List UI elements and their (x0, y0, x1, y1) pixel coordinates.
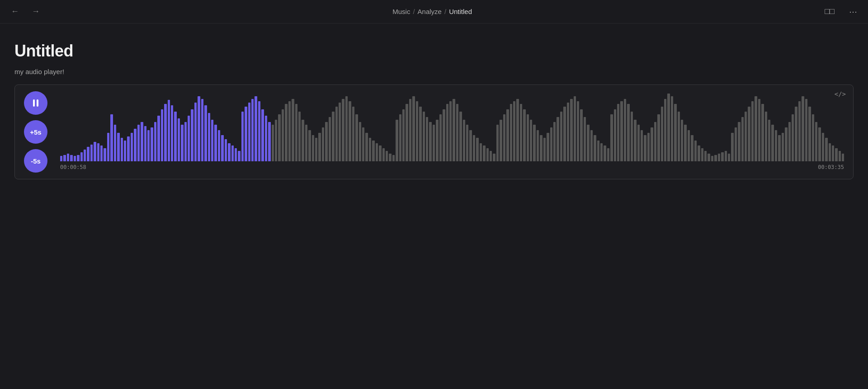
waveform-bar[interactable] (90, 145, 93, 162)
waveform-bar[interactable] (218, 130, 220, 161)
waveform-bar[interactable] (308, 130, 311, 161)
waveform-bar[interactable] (721, 152, 723, 161)
waveform-bar[interactable] (322, 127, 324, 161)
waveform-bar[interactable] (107, 133, 109, 161)
waveform-bar[interactable] (835, 148, 837, 161)
waveform-bar[interactable] (151, 127, 153, 161)
waveform-bar[interactable] (506, 109, 509, 161)
waveform-bar[interactable] (332, 112, 334, 161)
waveform-bar[interactable] (184, 122, 187, 161)
waveform-bar[interactable] (100, 145, 103, 161)
waveform-canvas[interactable] (60, 94, 844, 161)
forward-button[interactable]: → (28, 5, 43, 18)
waveform-bar[interactable] (631, 112, 633, 161)
waveform-bar[interactable] (181, 125, 183, 161)
waveform-bar[interactable] (104, 148, 106, 161)
waveform-bar[interactable] (379, 145, 381, 161)
waveform-bar[interactable] (396, 120, 398, 161)
waveform-bar[interactable] (228, 143, 230, 161)
waveform-bar[interactable] (691, 135, 693, 161)
waveform-bar[interactable] (70, 155, 72, 161)
waveform-bar[interactable] (765, 112, 767, 161)
waveform-bar[interactable] (805, 99, 807, 161)
waveform-bar[interactable] (469, 130, 472, 161)
waveform-bar[interactable] (547, 133, 549, 161)
waveform-bar[interactable] (204, 105, 207, 161)
waveform-bar[interactable] (751, 101, 754, 161)
pause-button[interactable] (24, 91, 47, 115)
waveform-bar[interactable] (359, 122, 361, 161)
waveform-bar[interactable] (171, 105, 173, 161)
waveform-bar[interactable] (272, 125, 274, 161)
waveform-bar[interactable] (382, 148, 385, 161)
waveform-bar[interactable] (604, 145, 606, 161)
waveform-bar[interactable] (349, 101, 351, 161)
waveform-bar[interactable] (459, 112, 462, 161)
waveform-bar[interactable] (241, 112, 244, 161)
waveform-bar[interactable] (560, 112, 562, 161)
waveform-bar[interactable] (412, 96, 415, 161)
waveform-bar[interactable] (144, 126, 146, 161)
back-button[interactable]: ← (7, 5, 23, 18)
waveform-bar[interactable] (624, 99, 626, 161)
waveform-bar[interactable] (275, 120, 277, 161)
waveform-bar[interactable] (590, 130, 593, 161)
waveform-bar[interactable] (198, 96, 200, 161)
waveform-bar[interactable] (755, 96, 757, 161)
waveform-bar[interactable] (110, 114, 113, 161)
waveform-bar[interactable] (365, 133, 368, 161)
waveform-bar[interactable] (761, 104, 764, 161)
waveform-bar[interactable] (570, 99, 572, 161)
waveform-bar[interactable] (369, 138, 371, 161)
waveform-bar[interactable] (446, 104, 448, 161)
waveform-bar[interactable] (587, 125, 589, 161)
waveform-bar[interactable] (137, 125, 140, 161)
waveform-wrapper[interactable]: 00:00:58 00:03:35 (60, 94, 844, 170)
waveform-bar[interactable] (362, 127, 364, 161)
waveform-bar[interactable] (409, 99, 411, 161)
waveform-bar[interactable] (825, 138, 827, 161)
waveform-bar[interactable] (600, 143, 603, 161)
waveform-bar[interactable] (513, 101, 515, 161)
waveform-bar[interactable] (225, 139, 227, 161)
waveform-bar[interactable] (614, 109, 616, 161)
waveform-bar[interactable] (302, 120, 304, 161)
waveform-bar[interactable] (530, 120, 532, 161)
waveform-bar[interactable] (238, 151, 240, 161)
waveform-bar[interactable] (667, 94, 670, 161)
waveform-bar[interactable] (121, 138, 123, 161)
waveform-bar[interactable] (147, 130, 150, 161)
waveform-bar[interactable] (792, 114, 794, 161)
waveform-bar[interactable] (802, 96, 804, 161)
skip-back-button[interactable]: -5s (24, 149, 47, 173)
waveform-bar[interactable] (644, 135, 646, 161)
waveform-bar[interactable] (392, 155, 395, 161)
waveform-bar[interactable] (795, 107, 797, 161)
waveform-bar[interactable] (543, 138, 546, 161)
waveform-bar[interactable] (486, 148, 489, 161)
waveform-bar[interactable] (174, 112, 176, 161)
waveform-bar[interactable] (664, 99, 666, 161)
waveform-bar[interactable] (681, 120, 683, 161)
waveform-bar[interactable] (436, 120, 438, 161)
waveform-bar[interactable] (134, 129, 136, 161)
waveform-bar[interactable] (295, 104, 297, 161)
breadcrumb-analyze[interactable]: Analyze (418, 8, 442, 15)
waveform-bar[interactable] (738, 122, 740, 161)
waveform-bar[interactable] (157, 116, 160, 161)
waveform-bar[interactable] (221, 135, 223, 161)
waveform-bar[interactable] (178, 118, 180, 161)
waveform-bar[interactable] (449, 101, 452, 161)
waveform-bar[interactable] (87, 147, 89, 161)
waveform-bar[interactable] (325, 122, 327, 161)
waveform-bar[interactable] (443, 109, 445, 161)
waveform-bar[interactable] (725, 151, 727, 161)
waveform-bar[interactable] (627, 104, 629, 161)
waveform-bar[interactable] (563, 107, 566, 161)
waveform-bar[interactable] (503, 114, 505, 161)
waveform-bar[interactable] (94, 142, 96, 161)
waveform-bar[interactable] (745, 112, 747, 161)
waveform-bar[interactable] (80, 152, 83, 161)
waveform-bar[interactable] (832, 145, 834, 161)
waveform-bar[interactable] (211, 120, 213, 161)
